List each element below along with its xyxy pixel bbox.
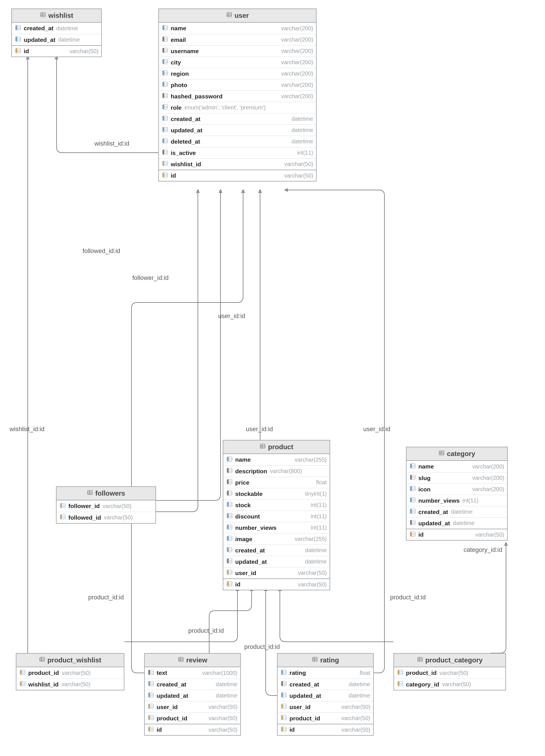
table-body: follower_idvarchar(50)followed_idvarchar… bbox=[57, 500, 155, 523]
column-row[interactable]: textvarchar(1000) bbox=[145, 667, 240, 679]
column-row[interactable]: idvarchar(50) bbox=[145, 724, 240, 735]
column-row[interactable]: product_idvarchar(50) bbox=[278, 712, 373, 724]
table-header[interactable]: user bbox=[159, 9, 316, 23]
table-header[interactable]: category bbox=[406, 447, 507, 461]
column-row[interactable]: updated_atdatetime bbox=[278, 690, 373, 701]
column-name: updated_at bbox=[171, 127, 202, 134]
svg-rect-113 bbox=[227, 513, 229, 518]
column-row[interactable]: regionvarchar(200) bbox=[159, 68, 316, 79]
column-type: varchar(50) bbox=[475, 532, 504, 538]
column-name: product_id bbox=[289, 715, 320, 722]
column-icon bbox=[226, 512, 235, 520]
column-row[interactable]: idvarchar(50) bbox=[406, 529, 507, 540]
column-row[interactable]: usernamevarchar(200) bbox=[159, 45, 316, 57]
column-row[interactable]: ratingfloat bbox=[278, 667, 373, 679]
svg-rect-209 bbox=[148, 727, 150, 731]
rel-label: product_id:id bbox=[390, 594, 426, 601]
column-row[interactable]: stockint(11) bbox=[223, 499, 330, 511]
column-row[interactable]: descriptionvarchar(800) bbox=[223, 465, 330, 477]
column-row[interactable]: roleenum('admin', 'client', 'premium') bbox=[159, 102, 316, 113]
svg-rect-217 bbox=[281, 670, 283, 675]
column-name: id bbox=[157, 726, 162, 733]
column-type: datetime bbox=[58, 36, 80, 43]
column-row[interactable]: deleted_atdatetime bbox=[159, 136, 316, 147]
column-row[interactable]: emailvarchar(200) bbox=[159, 34, 316, 45]
column-row[interactable]: photovarchar(200) bbox=[159, 79, 316, 90]
table-followers[interactable]: followersfollower_idvarchar(50)followed_… bbox=[56, 486, 156, 524]
column-row[interactable]: user_idvarchar(50) bbox=[223, 567, 330, 578]
table-wishlist[interactable]: wishlistcreated_atdatetimeupdated_atdate… bbox=[11, 8, 102, 57]
column-name: updated_at bbox=[289, 692, 321, 699]
table-header[interactable]: review bbox=[145, 654, 240, 667]
table-category[interactable]: categorynamevarchar(200)slugvarchar(200)… bbox=[406, 447, 508, 541]
table-header[interactable]: rating bbox=[278, 654, 373, 667]
table-header[interactable]: product_category bbox=[394, 654, 505, 667]
svg-rect-81 bbox=[60, 503, 62, 508]
column-name: photo bbox=[171, 82, 187, 88]
table-header[interactable]: product bbox=[223, 440, 330, 454]
column-row[interactable]: stockabletinyint(1) bbox=[223, 488, 330, 499]
column-row[interactable]: imagevarchar(255) bbox=[223, 533, 330, 545]
column-row[interactable]: number_viewsint(11) bbox=[223, 522, 330, 533]
column-row[interactable]: user_idvarchar(50) bbox=[145, 701, 240, 712]
column-row[interactable]: namevarchar(200) bbox=[406, 461, 507, 472]
column-row[interactable]: category_idvarchar(50) bbox=[394, 679, 505, 690]
column-row[interactable]: product_idvarchar(50) bbox=[145, 712, 240, 724]
column-name: image bbox=[235, 536, 252, 543]
column-type: varchar(200) bbox=[472, 463, 504, 470]
column-row[interactable]: wishlist_idvarchar(50) bbox=[159, 158, 316, 170]
rel-label: followed_id:id bbox=[83, 247, 120, 255]
table-header[interactable]: wishlist bbox=[12, 9, 101, 23]
column-row[interactable]: wishlist_idvarchar(50) bbox=[16, 679, 124, 690]
column-row[interactable]: follower_idvarchar(50) bbox=[57, 500, 155, 512]
column-row[interactable]: created_atdatetime bbox=[159, 113, 316, 124]
column-row[interactable]: product_idvarchar(50) bbox=[394, 667, 505, 679]
column-row[interactable]: idvarchar(50) bbox=[278, 724, 373, 735]
column-row[interactable]: updated_atdatetime bbox=[223, 556, 330, 567]
table-product_wishlist[interactable]: product_wishlistproduct_idvarchar(50)wis… bbox=[16, 653, 124, 690]
column-icon bbox=[59, 502, 68, 510]
column-row[interactable]: namevarchar(200) bbox=[159, 23, 316, 34]
table-rating[interactable]: ratingratingfloatcreated_atdatetimeupdat… bbox=[277, 653, 374, 736]
table-user[interactable]: usernamevarchar(200)emailvarchar(200)use… bbox=[158, 8, 317, 182]
table-review[interactable]: reviewtextvarchar(1000)created_atdatetim… bbox=[144, 653, 241, 736]
column-row[interactable]: iconvarchar(200) bbox=[406, 483, 507, 495]
column-row[interactable]: user_idvarchar(50) bbox=[278, 701, 373, 712]
svg-rect-129 bbox=[227, 559, 229, 563]
column-row[interactable]: pricefloat bbox=[223, 477, 330, 488]
column-name: id bbox=[171, 172, 176, 179]
column-icon bbox=[162, 103, 171, 112]
table-product_category[interactable]: product_categoryproduct_idvarchar(50)cat… bbox=[393, 653, 506, 690]
column-row[interactable]: number_viewsint(11) bbox=[406, 495, 507, 506]
column-row[interactable]: idvarchar(50) bbox=[159, 170, 316, 181]
column-icon bbox=[226, 569, 235, 577]
column-row[interactable]: updated_atdatetime bbox=[12, 34, 101, 45]
column-row[interactable]: cityvarchar(200) bbox=[159, 57, 316, 68]
column-row[interactable]: is_activeint(11) bbox=[159, 147, 316, 158]
svg-rect-145 bbox=[410, 464, 412, 468]
column-row[interactable]: product_idvarchar(50) bbox=[16, 667, 124, 679]
svg-rect-97 bbox=[227, 468, 229, 473]
table-product[interactable]: productnamevarchar(255)descriptionvarcha… bbox=[223, 440, 330, 590]
table-title: user bbox=[235, 12, 249, 20]
column-row[interactable]: created_atdatetime bbox=[223, 545, 330, 556]
column-type: datetime bbox=[451, 509, 473, 515]
table-header[interactable]: product_wishlist bbox=[16, 654, 124, 667]
column-row[interactable]: idvarchar(50) bbox=[223, 578, 330, 590]
column-row[interactable]: created_atdatetime bbox=[278, 679, 373, 690]
column-row[interactable]: namevarchar(255) bbox=[223, 454, 330, 465]
column-row[interactable]: updated_atdatetime bbox=[145, 690, 240, 701]
column-row[interactable]: updated_atdatetime bbox=[159, 124, 316, 136]
column-row[interactable]: slugvarchar(200) bbox=[406, 472, 507, 483]
column-row[interactable]: discountint(11) bbox=[223, 511, 330, 522]
column-row[interactable]: created_atdatetime bbox=[406, 506, 507, 517]
column-row[interactable]: created_atdatetime bbox=[12, 23, 101, 34]
table-header[interactable]: followers bbox=[57, 487, 155, 500]
column-row[interactable]: idvarchar(50) bbox=[12, 45, 101, 57]
column-icon bbox=[280, 726, 289, 734]
column-row[interactable]: created_atdatetime bbox=[145, 679, 240, 690]
svg-rect-184 bbox=[178, 657, 183, 662]
column-row[interactable]: updated_atdatetime bbox=[406, 517, 507, 529]
column-row[interactable]: followed_idvarchar(50) bbox=[57, 512, 155, 523]
column-row[interactable]: hashed_passwordvarchar(200) bbox=[159, 90, 316, 102]
